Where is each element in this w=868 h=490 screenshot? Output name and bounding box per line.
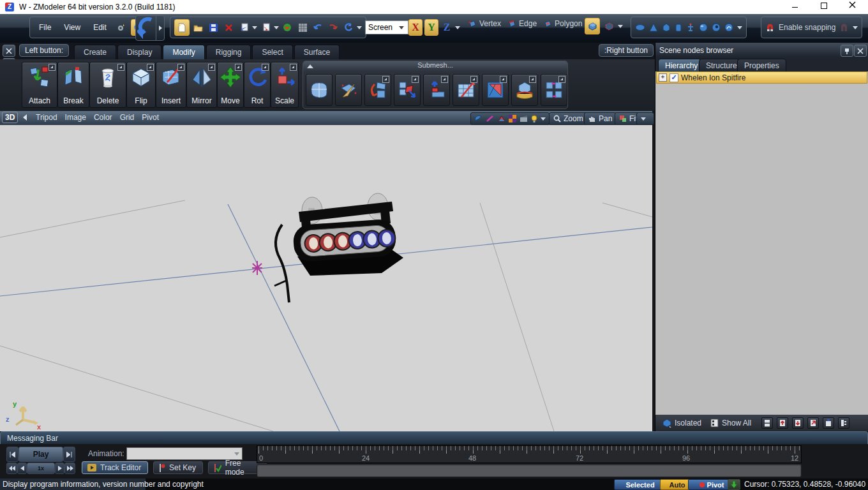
rewind-button[interactable]: [6, 463, 17, 474]
panel-close-button[interactable]: [3, 45, 15, 57]
playback-speed-button[interactable]: 1x: [27, 463, 55, 474]
export-expand-icon[interactable]: [252, 26, 257, 29]
screen-combo[interactable]: Screen: [365, 20, 408, 34]
import-expand-icon[interactable]: [274, 26, 279, 29]
display-expand-icon[interactable]: [541, 117, 546, 121]
timeline-track[interactable]: [257, 464, 802, 477]
edge-mode-button[interactable]: Edge: [507, 19, 537, 28]
node-checkbox[interactable]: ✓: [670, 73, 678, 82]
collapse-left-icon[interactable]: [23, 114, 27, 121]
scene-node-row[interactable]: + ✓ Whelen Ion Spitfire: [656, 71, 867, 84]
redo-button[interactable]: [326, 20, 340, 35]
mirror-button[interactable]: Mirror: [186, 62, 217, 108]
insert-button[interactable]: Insert: [156, 62, 186, 108]
axis-x-button[interactable]: X: [408, 19, 423, 36]
track-editor-button[interactable]: Track Editor: [82, 461, 148, 474]
submesh-extract-button[interactable]: [394, 74, 421, 106]
flip-button[interactable]: Flip: [126, 62, 156, 108]
move-button[interactable]: Move: [217, 62, 244, 108]
undo-button[interactable]: [311, 20, 325, 35]
expand-corner-icon[interactable]: [49, 64, 56, 71]
sphere-shape-icon[interactable]: [699, 23, 708, 32]
expand-corner-icon[interactable]: [441, 76, 448, 83]
snapping-label[interactable]: Enable snapping: [779, 23, 835, 32]
object-mode-button[interactable]: [585, 18, 600, 34]
expand-corner-icon[interactable]: [117, 64, 124, 71]
expand-corner-icon[interactable]: [147, 64, 154, 71]
submesh-cube-button[interactable]: [306, 74, 333, 106]
timeline-ruler[interactable]: 0 24 48 72 96 12: [257, 445, 802, 463]
tab-hierarchy[interactable]: Hierarchy: [658, 59, 705, 73]
view-mode-button[interactable]: 3D: [2, 112, 18, 123]
clapperboard-icon[interactable]: [520, 115, 528, 122]
collapse-icon[interactable]: [307, 64, 313, 68]
expand-corner-icon[interactable]: [262, 64, 269, 71]
viewport-menu-pivot[interactable]: Pivot: [138, 113, 163, 122]
submesh-detach-button[interactable]: [364, 74, 391, 106]
cylinder-shape-icon[interactable]: [675, 23, 682, 32]
submesh-header[interactable]: Submesh...: [303, 61, 567, 71]
toolbar-expand-icon[interactable]: [357, 26, 362, 29]
export-button[interactable]: [237, 20, 251, 35]
messaging-bar-tab[interactable]: Messaging Bar: [0, 431, 868, 444]
expand-corner-icon[interactable]: [412, 76, 419, 83]
expand-corner-icon[interactable]: [529, 76, 536, 83]
list-split-button[interactable]: [761, 417, 773, 429]
expand-corner-icon[interactable]: [290, 64, 297, 71]
minimize-button[interactable]: [784, 2, 805, 12]
menu-file[interactable]: File: [34, 22, 56, 33]
viewport-menu-grid[interactable]: Grid: [116, 113, 138, 122]
import-button[interactable]: [258, 20, 273, 35]
break-button[interactable]: Break: [57, 62, 89, 108]
undo-split-button[interactable]: [135, 15, 165, 41]
fast-forward-button[interactable]: [64, 463, 75, 474]
shapes-expand-icon[interactable]: [737, 26, 742, 29]
tab-select[interactable]: Select: [252, 45, 292, 59]
refresh-button[interactable]: [341, 20, 355, 35]
web-button[interactable]: [280, 20, 294, 35]
undo-expand-button[interactable]: [156, 16, 164, 40]
selection-expand-icon[interactable]: [618, 25, 623, 28]
tab-create[interactable]: Create: [74, 45, 116, 59]
submesh-cut-button[interactable]: [453, 74, 479, 106]
expand-corner-icon[interactable]: [382, 76, 389, 83]
settings-button[interactable]: [114, 20, 128, 35]
tab-properties[interactable]: Properties: [737, 59, 786, 73]
axis-z-button[interactable]: Z: [440, 20, 453, 35]
isolated-button[interactable]: Isolated: [662, 419, 701, 427]
submesh-triangulate-button[interactable]: [482, 74, 509, 106]
axis-expand-icon[interactable]: [455, 26, 460, 29]
scene-pin-button[interactable]: [841, 45, 853, 57]
swirl-shape-icon[interactable]: [724, 23, 733, 32]
submesh-weld-button[interactable]: [511, 74, 538, 106]
new-file-button[interactable]: [174, 19, 190, 36]
scene-close-button[interactable]: [854, 45, 867, 57]
rotate-button[interactable]: Rot: [244, 62, 271, 108]
disc-shape-icon[interactable]: [635, 24, 645, 31]
viewport-options-button[interactable]: [636, 112, 654, 125]
viewport-menu-tripod[interactable]: Tripod: [32, 113, 61, 122]
submesh-brush-button[interactable]: [335, 74, 362, 106]
vertex-mode-button[interactable]: Vertex: [468, 19, 501, 28]
maximize-button[interactable]: [813, 2, 835, 12]
go-start-button[interactable]: [6, 447, 19, 462]
wireframe-pen-icon[interactable]: [486, 115, 494, 122]
scale-button[interactable]: Scale: [271, 62, 299, 108]
tab-display[interactable]: Display: [117, 45, 161, 59]
element-mode-button[interactable]: [602, 19, 616, 34]
move-out-button[interactable]: [807, 417, 819, 429]
step-forward-button[interactable]: [55, 463, 64, 474]
polygon-mode-button[interactable]: Polygon: [543, 19, 582, 28]
set-key-button[interactable]: Set Key: [153, 461, 203, 474]
add-node-button[interactable]: [823, 417, 834, 429]
close-button[interactable]: [841, 1, 863, 11]
viewport-menu-image[interactable]: Image: [61, 113, 90, 122]
tab-modify[interactable]: Modify: [163, 45, 204, 59]
viewport-menu-color[interactable]: Color: [90, 113, 116, 122]
tab-surface[interactable]: Surface: [294, 45, 340, 59]
texture-button[interactable]: [296, 20, 310, 35]
expand-corner-icon[interactable]: [500, 76, 507, 83]
submesh-extrude-button[interactable]: [423, 74, 450, 106]
tab-rigging[interactable]: Rigging: [206, 45, 251, 59]
expand-node-icon[interactable]: +: [659, 73, 667, 82]
